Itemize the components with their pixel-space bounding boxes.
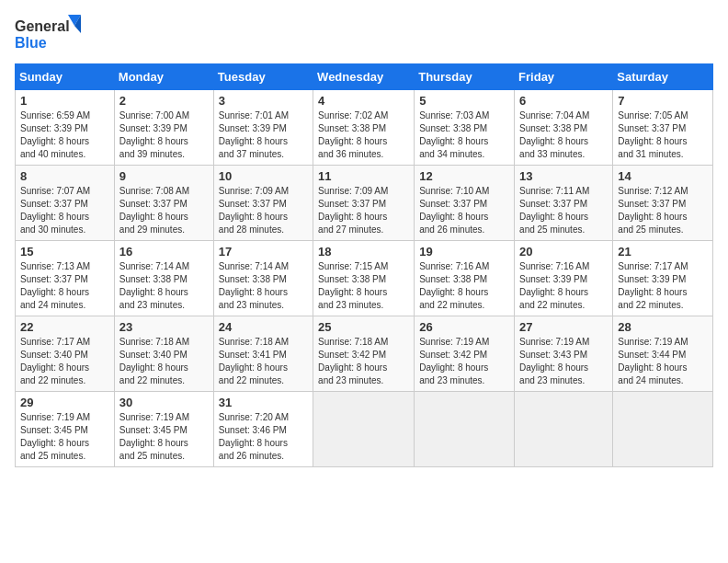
day-info: Sunrise: 7:19 AM Sunset: 3:43 PM Dayligh… <box>519 337 589 385</box>
day-info: Sunrise: 7:11 AM Sunset: 3:37 PM Dayligh… <box>519 186 589 235</box>
calendar-cell: 23 Sunrise: 7:18 AM Sunset: 3:40 PM Dayl… <box>114 316 213 392</box>
day-number: 29 <box>20 396 109 409</box>
logo-icon: GeneralBlue <box>15 15 88 56</box>
calendar-cell: 14 Sunrise: 7:12 AM Sunset: 3:37 PM Dayl… <box>613 166 713 241</box>
calendar-week-row: 1 Sunrise: 6:59 AM Sunset: 3:39 PM Dayli… <box>16 90 713 166</box>
day-info: Sunrise: 7:14 AM Sunset: 3:38 PM Dayligh… <box>119 261 189 310</box>
calendar-cell: 25 Sunrise: 7:18 AM Sunset: 3:42 PM Dayl… <box>313 316 415 392</box>
weekday-header: Thursday <box>415 64 515 90</box>
day-info: Sunrise: 7:04 AM Sunset: 3:38 PM Dayligh… <box>519 110 589 159</box>
day-info: Sunrise: 7:00 AM Sunset: 3:39 PM Dayligh… <box>119 110 189 159</box>
day-number: 27 <box>519 320 608 334</box>
day-number: 9 <box>119 169 209 183</box>
logo: GeneralBlue <box>15 15 88 56</box>
calendar-cell: 20 Sunrise: 7:16 AM Sunset: 3:39 PM Dayl… <box>515 241 613 316</box>
calendar-table: SundayMondayTuesdayWednesdayThursdayFrid… <box>15 63 713 467</box>
weekday-header: Wednesday <box>313 64 415 90</box>
calendar-cell: 26 Sunrise: 7:19 AM Sunset: 3:42 PM Dayl… <box>415 316 515 392</box>
calendar-cell: 4 Sunrise: 7:02 AM Sunset: 3:38 PM Dayli… <box>313 90 415 166</box>
day-info: Sunrise: 7:09 AM Sunset: 3:37 PM Dayligh… <box>219 186 289 235</box>
calendar-cell <box>415 392 515 467</box>
calendar-cell: 8 Sunrise: 7:07 AM Sunset: 3:37 PM Dayli… <box>16 166 115 241</box>
calendar-week-row: 22 Sunrise: 7:17 AM Sunset: 3:40 PM Dayl… <box>16 316 713 392</box>
day-number: 3 <box>219 94 308 108</box>
day-number: 21 <box>618 245 708 259</box>
calendar-cell: 21 Sunrise: 7:17 AM Sunset: 3:39 PM Dayl… <box>613 241 713 316</box>
day-info: Sunrise: 7:17 AM Sunset: 3:40 PM Dayligh… <box>20 337 90 385</box>
calendar-cell: 17 Sunrise: 7:14 AM Sunset: 3:38 PM Dayl… <box>213 241 313 316</box>
calendar-cell: 30 Sunrise: 7:19 AM Sunset: 3:45 PM Dayl… <box>114 392 213 467</box>
day-info: Sunrise: 7:19 AM Sunset: 3:42 PM Dayligh… <box>419 337 489 385</box>
calendar-cell: 15 Sunrise: 7:13 AM Sunset: 3:37 PM Dayl… <box>16 241 115 316</box>
calendar-cell: 9 Sunrise: 7:08 AM Sunset: 3:37 PM Dayli… <box>114 166 213 241</box>
day-number: 10 <box>219 169 308 183</box>
day-number: 20 <box>519 245 608 259</box>
day-info: Sunrise: 7:03 AM Sunset: 3:38 PM Dayligh… <box>419 110 489 159</box>
weekday-header: Monday <box>114 64 213 90</box>
calendar-cell: 27 Sunrise: 7:19 AM Sunset: 3:43 PM Dayl… <box>515 316 613 392</box>
weekday-header-row: SundayMondayTuesdayWednesdayThursdayFrid… <box>16 64 713 90</box>
day-number: 16 <box>119 245 209 259</box>
day-number: 25 <box>318 320 409 334</box>
day-info: Sunrise: 7:19 AM Sunset: 3:45 PM Dayligh… <box>119 412 189 461</box>
day-info: Sunrise: 7:18 AM Sunset: 3:40 PM Dayligh… <box>119 337 189 385</box>
calendar-cell <box>613 392 713 467</box>
day-info: Sunrise: 7:20 AM Sunset: 3:46 PM Dayligh… <box>219 412 289 461</box>
calendar-cell: 13 Sunrise: 7:11 AM Sunset: 3:37 PM Dayl… <box>515 166 613 241</box>
calendar-cell: 28 Sunrise: 7:19 AM Sunset: 3:44 PM Dayl… <box>613 316 713 392</box>
day-number: 28 <box>618 320 708 334</box>
day-number: 26 <box>419 320 509 334</box>
calendar-cell: 10 Sunrise: 7:09 AM Sunset: 3:37 PM Dayl… <box>213 166 313 241</box>
day-number: 18 <box>318 245 409 259</box>
calendar-cell: 5 Sunrise: 7:03 AM Sunset: 3:38 PM Dayli… <box>415 90 515 166</box>
day-number: 13 <box>519 169 608 183</box>
day-number: 23 <box>119 320 209 334</box>
calendar-cell: 2 Sunrise: 7:00 AM Sunset: 3:39 PM Dayli… <box>114 90 213 166</box>
calendar-cell <box>313 392 415 467</box>
calendar-cell: 29 Sunrise: 7:19 AM Sunset: 3:45 PM Dayl… <box>16 392 115 467</box>
day-info: Sunrise: 7:13 AM Sunset: 3:37 PM Dayligh… <box>20 261 90 310</box>
day-number: 7 <box>618 94 708 108</box>
day-info: Sunrise: 7:05 AM Sunset: 3:37 PM Dayligh… <box>618 110 688 159</box>
calendar-cell: 6 Sunrise: 7:04 AM Sunset: 3:38 PM Dayli… <box>515 90 613 166</box>
day-number: 8 <box>20 169 109 183</box>
day-info: Sunrise: 7:17 AM Sunset: 3:39 PM Dayligh… <box>618 261 688 310</box>
day-info: Sunrise: 7:16 AM Sunset: 3:38 PM Dayligh… <box>419 261 489 310</box>
calendar-cell: 7 Sunrise: 7:05 AM Sunset: 3:37 PM Dayli… <box>613 90 713 166</box>
day-info: Sunrise: 7:15 AM Sunset: 3:38 PM Dayligh… <box>318 261 388 310</box>
calendar-cell: 12 Sunrise: 7:10 AM Sunset: 3:37 PM Dayl… <box>415 166 515 241</box>
day-info: Sunrise: 7:10 AM Sunset: 3:37 PM Dayligh… <box>419 186 489 235</box>
calendar-cell: 18 Sunrise: 7:15 AM Sunset: 3:38 PM Dayl… <box>313 241 415 316</box>
day-number: 15 <box>20 245 109 259</box>
day-number: 6 <box>519 94 608 108</box>
day-info: Sunrise: 7:19 AM Sunset: 3:45 PM Dayligh… <box>20 412 90 461</box>
day-info: Sunrise: 7:12 AM Sunset: 3:37 PM Dayligh… <box>618 186 688 235</box>
day-info: Sunrise: 7:02 AM Sunset: 3:38 PM Dayligh… <box>318 110 388 159</box>
day-number: 4 <box>318 94 409 108</box>
svg-text:General: General <box>15 18 70 34</box>
day-info: Sunrise: 7:18 AM Sunset: 3:41 PM Dayligh… <box>219 337 289 385</box>
day-number: 22 <box>20 320 109 334</box>
weekday-header: Tuesday <box>213 64 313 90</box>
day-number: 1 <box>20 94 109 108</box>
day-info: Sunrise: 7:07 AM Sunset: 3:37 PM Dayligh… <box>20 186 90 235</box>
calendar-cell: 1 Sunrise: 6:59 AM Sunset: 3:39 PM Dayli… <box>16 90 115 166</box>
day-info: Sunrise: 7:08 AM Sunset: 3:37 PM Dayligh… <box>119 186 189 235</box>
day-info: Sunrise: 7:09 AM Sunset: 3:37 PM Dayligh… <box>318 186 388 235</box>
calendar-cell: 31 Sunrise: 7:20 AM Sunset: 3:46 PM Dayl… <box>213 392 313 467</box>
day-info: Sunrise: 7:18 AM Sunset: 3:42 PM Dayligh… <box>318 337 388 385</box>
calendar-cell: 22 Sunrise: 7:17 AM Sunset: 3:40 PM Dayl… <box>16 316 115 392</box>
day-number: 19 <box>419 245 509 259</box>
calendar-cell: 16 Sunrise: 7:14 AM Sunset: 3:38 PM Dayl… <box>114 241 213 316</box>
page-header: GeneralBlue <box>15 15 713 56</box>
calendar-cell: 24 Sunrise: 7:18 AM Sunset: 3:41 PM Dayl… <box>213 316 313 392</box>
day-info: Sunrise: 7:19 AM Sunset: 3:44 PM Dayligh… <box>618 337 688 385</box>
day-info: Sunrise: 6:59 AM Sunset: 3:39 PM Dayligh… <box>20 110 90 159</box>
day-info: Sunrise: 7:16 AM Sunset: 3:39 PM Dayligh… <box>519 261 589 310</box>
calendar-week-row: 15 Sunrise: 7:13 AM Sunset: 3:37 PM Dayl… <box>16 241 713 316</box>
day-number: 14 <box>618 169 708 183</box>
day-number: 12 <box>419 169 509 183</box>
weekday-header: Sunday <box>16 64 115 90</box>
day-number: 5 <box>419 94 509 108</box>
day-number: 31 <box>219 396 308 409</box>
